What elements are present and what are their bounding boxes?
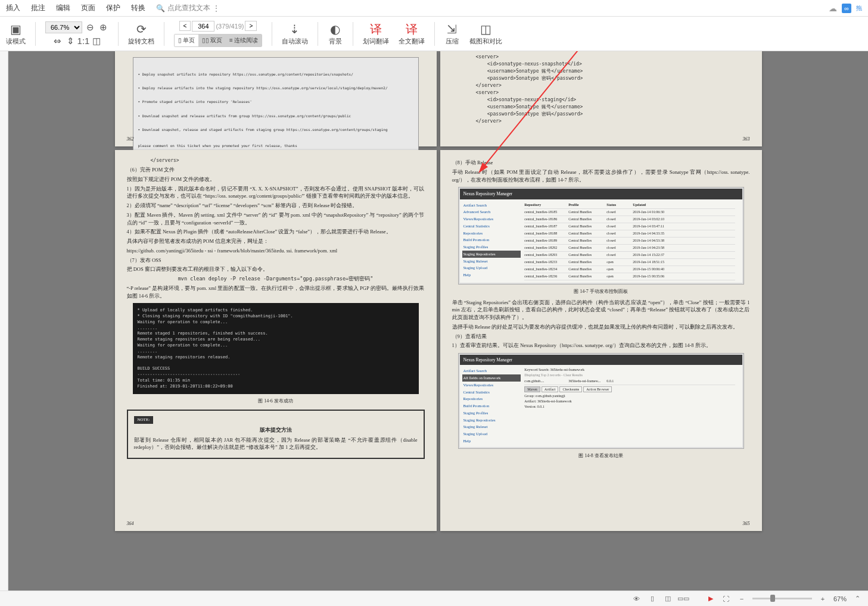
page-362: • Deploy snapshot artifacts into reposit… — [115, 51, 437, 146]
zoom-out-icon[interactable]: ⊖ — [85, 22, 95, 33]
menu-convert[interactable]: 转换 — [131, 3, 145, 13]
book-icon[interactable]: ▭▭ — [679, 594, 688, 604]
fit-page-icon[interactable]: ⇕ — [65, 36, 76, 46]
page-363: <server> <id>sonatype-nexus-snapshots</i… — [440, 51, 762, 146]
drag-label: 拖 — [856, 4, 862, 13]
dict-icon[interactable]: 译 — [368, 21, 384, 37]
page-number-input[interactable] — [192, 21, 214, 32]
fulltrans-icon[interactable]: 译 — [404, 21, 419, 37]
menu-edit[interactable]: 编辑 — [56, 3, 70, 13]
cloud-badge[interactable]: ∞ — [842, 4, 851, 13]
compress-label: 压缩 — [446, 37, 459, 46]
fullscreen-icon[interactable]: ⛶ — [721, 594, 731, 604]
menu-bar: 插入 批注 编辑 页面 保护 转换 🔍 点此查找文本 ⋮ ☁ ∞ 拖 — [0, 0, 868, 17]
continuous-icon: ≡ — [229, 37, 233, 43]
search-placeholder: 点此查找文本 — [167, 3, 210, 13]
status-bar: 👁 ▯ ◫ ▭▭ ▶ ⛶ − + 67% ⌃ — [0, 591, 868, 606]
page-viewport[interactable]: • Deploy snapshot artifacts into reposit… — [8, 51, 868, 591]
single-page-button[interactable]: ▯单页 — [175, 35, 198, 46]
more-icon[interactable]: ⋮ — [213, 4, 220, 13]
double-page-button[interactable]: ▯▯双页 — [198, 35, 226, 46]
autoscroll-icon[interactable]: ⇣ — [287, 21, 303, 37]
page-number: 365 — [743, 520, 750, 527]
reading-mode-label: 读模式 — [6, 37, 26, 46]
fulltrans-label: 全文翻译 — [399, 37, 425, 46]
xml-server-config: <server> <id>sonatype-nexus-snapshots</i… — [452, 54, 750, 125]
compare-icon[interactable]: ◫ — [478, 21, 493, 37]
menu-search[interactable]: 🔍 点此查找文本 ⋮ — [156, 3, 220, 13]
zoom-in-sb-icon[interactable]: + — [818, 594, 827, 604]
reading-mode-icon[interactable]: ▣ — [8, 21, 24, 37]
compress-icon[interactable]: ⇲ — [444, 21, 460, 37]
fit-width-icon[interactable]: ⇔ — [52, 36, 63, 46]
zoom-in-icon[interactable]: ⊕ — [98, 22, 108, 33]
page-number: 362 — [127, 136, 134, 143]
figure-14-7-caption: 图 14-7 手动发布控制面板 — [452, 288, 750, 295]
cloud-sync-icon[interactable]: ☁ — [829, 4, 837, 13]
menu-insert[interactable]: 插入 — [6, 3, 20, 13]
zoom-slider[interactable] — [752, 598, 812, 599]
page-number: 363 — [743, 136, 750, 143]
zoom-out-sb-icon[interactable]: − — [737, 594, 746, 604]
note-box: NOTE: 版本提交方法 部署到 Release 仓库时，相同版本的 JAR 包… — [127, 410, 425, 459]
compare-label: 截图和对比 — [469, 37, 502, 46]
actual-size-icon[interactable]: 1:1 — [78, 36, 89, 46]
next-page-button[interactable]: > — [245, 21, 257, 31]
background-icon[interactable]: ◐ — [328, 21, 343, 37]
left-sidebar-strip[interactable] — [0, 51, 8, 591]
rotate-icon[interactable]: ⟳ — [133, 21, 149, 37]
console-output: * Upload of locally staged artifacts fin… — [133, 303, 419, 394]
page-364: </servers> （6）完善 POM 文件 按照如下规定进行 POM 文件的… — [115, 150, 437, 531]
prev-page-button[interactable]: < — [179, 21, 191, 31]
figure-14-6-caption: 图 14-6 发布成功 — [127, 398, 425, 405]
double-icon[interactable]: ◫ — [663, 594, 673, 604]
page-icon[interactable]: ▯ — [648, 594, 657, 604]
toolbar: ▣ 读模式 66.7% ⊖ ⊕ ⇔ ⇕ 1:1 ◫ ⟳ 旋转文档 < — [0, 17, 868, 51]
zoom-percent: 67% — [833, 595, 847, 602]
autoscroll-label: 自动滚动 — [282, 37, 308, 46]
search-icon: 🔍 — [156, 4, 165, 13]
fit-visible-icon[interactable]: ◫ — [91, 36, 102, 46]
zoom-select[interactable]: 66.7% — [45, 21, 82, 33]
page-365: （8）手动 Release 手动 Release 时（如果 POM 里面设定了自… — [440, 150, 762, 531]
menu-annotate[interactable]: 批注 — [31, 3, 45, 13]
rotate-label: 旋转文档 — [128, 37, 154, 46]
continuous-button[interactable]: ≡连续阅读 — [226, 35, 262, 46]
menu-protect[interactable]: 保护 — [106, 3, 120, 13]
figure-14-8-caption: 图 14-8 查看发布结果 — [452, 452, 750, 460]
figure-14-8-screenshot: Nexus Repository Manager Artifact Search… — [458, 353, 744, 449]
expand-icon[interactable]: ⌃ — [853, 594, 862, 604]
figure-14-7-screenshot: Nexus Repository Manager Artifact Search… — [458, 187, 744, 284]
eye-icon[interactable]: 👁 — [632, 594, 642, 604]
page-number: 364 — [127, 520, 134, 527]
dict-label: 划词翻译 — [363, 37, 389, 46]
background-label: 背景 — [329, 37, 342, 46]
play-icon[interactable]: ▶ — [706, 594, 715, 604]
menu-page[interactable]: 页面 — [81, 3, 95, 13]
content-area: • Deploy snapshot artifacts into reposit… — [0, 51, 868, 591]
page-total: (379/419) — [216, 23, 244, 30]
single-page-icon: ▯ — [178, 37, 182, 43]
double-page-icon: ▯▯ — [202, 37, 209, 43]
